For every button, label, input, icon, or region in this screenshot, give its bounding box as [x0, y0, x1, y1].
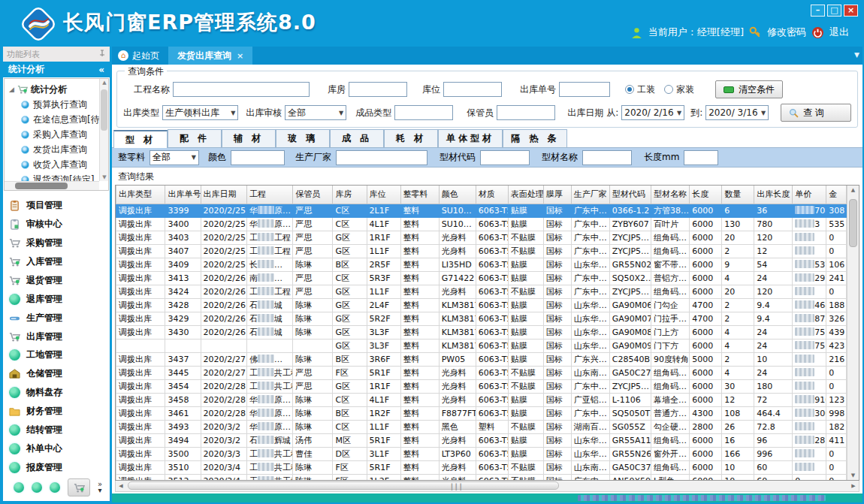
hscroll-thumb[interactable] — [128, 481, 559, 490]
material-tab-5[interactable]: 耗 材 — [384, 129, 438, 147]
manufacturer-input[interactable] — [336, 150, 427, 165]
sidebar-item-13[interactable]: 补单中心 — [9, 439, 107, 458]
sidebar-item-3[interactable]: 入库管理 — [9, 252, 107, 271]
column-header-12[interactable]: 生产厂家 — [571, 186, 609, 204]
more-modules-button[interactable]: »▾ — [98, 481, 102, 493]
date-to-select[interactable]: 2020/ 3/16▼ — [705, 105, 769, 120]
table-row[interactable]: 调拨出库33992020/2/25华原…严思C区2L1F整料SU10…6063-… — [116, 204, 847, 217]
sidebar-item-1[interactable]: 审核中心 — [9, 215, 107, 234]
tree-item-1[interactable]: 在途信息查询[待 — [9, 112, 108, 127]
sidebar-item-6[interactable]: 生产管理 — [9, 309, 107, 327]
table-row[interactable]: 调拨出库34292020/2/26石城陈琳G区5R2F整料KLM38176063… — [116, 312, 847, 325]
collapsed-cart-button[interactable] — [68, 478, 90, 496]
table-row[interactable]: 调拨出库34612020/2/28华原…陈琳B区1R2F整料F8877FT606… — [116, 406, 847, 420]
collapsed-module-icon[interactable] — [14, 482, 24, 493]
table-row[interactable]: 调拨出库34932020/3/2华原…陈琳C区1L1F整料黑色塑料不贴膜国标湖南… — [116, 420, 847, 433]
column-header-0[interactable]: 出库类型 — [116, 186, 165, 204]
table-row[interactable]: 调拨出库34132020/2/26南…严思C区5R3F整料G714226063-… — [116, 271, 847, 285]
product-type-input[interactable] — [394, 105, 453, 120]
material-tab-7[interactable]: 隔 热 条 — [503, 129, 567, 147]
profile-name-input[interactable] — [582, 150, 632, 165]
location-input[interactable] — [443, 82, 502, 97]
date-from-select[interactable]: 2020/ 2/16▼ — [621, 105, 684, 120]
column-header-11[interactable]: 膜厚 — [543, 186, 571, 204]
maximize-button[interactable]: □ — [827, 5, 841, 17]
pin-icon[interactable] — [98, 50, 106, 59]
audit-select[interactable]: 全部▼ — [285, 105, 346, 120]
radio-jiazhuang[interactable]: 家装 — [664, 83, 694, 96]
logout-link[interactable]: 退出 — [829, 26, 849, 39]
sidebar-item-11[interactable]: 财务管理 — [9, 402, 107, 421]
tab-outbound-query[interactable]: 发货出库查询 × — [168, 47, 252, 65]
collapsed-module-icon[interactable] — [32, 482, 42, 493]
tab-home[interactable]: ⌂ 起始页 — [112, 47, 168, 65]
keeper-input[interactable] — [497, 105, 555, 120]
tree-root-statistics[interactable]: ◢ 统计分析 — [9, 82, 108, 97]
tree-horizontal-scrollbar[interactable] — [5, 181, 99, 190]
column-header-7[interactable]: 整零料 — [400, 186, 439, 204]
table-row[interactable]: 调拨出库34542020/2/28工共工程严思G区1R1F整料光身料6063-T… — [116, 379, 847, 393]
tree-vertical-scrollbar[interactable]: ▲▼ — [99, 79, 108, 181]
sidebar-item-7[interactable]: 出库管理 — [9, 327, 107, 346]
color-input[interactable] — [231, 150, 285, 165]
sidebar-item-4[interactable]: 退货管理 — [9, 271, 107, 290]
table-row[interactable]: G区3L3F整料KLM38176063-T5贴膜国标山东华…GA90M09.门下… — [116, 339, 847, 352]
tab-list-caret-icon[interactable]: ▼ — [854, 51, 859, 59]
material-tab-1[interactable]: 配 件 — [168, 129, 222, 147]
tree-item-2[interactable]: 采购入库查询 — [9, 127, 108, 142]
material-tab-2[interactable]: 辅 材 — [222, 129, 276, 147]
profile-code-input[interactable] — [480, 150, 530, 165]
table-row[interactable]: 调拨出库34002020/2/25华原…严思C区4L1F整料SU10…6063-… — [116, 217, 847, 231]
table-vertical-scrollbar[interactable]: ▲ ▼ — [847, 186, 859, 480]
column-header-17[interactable]: 出库长度 — [754, 186, 793, 204]
tree-item-4[interactable]: 收货入库查询 — [9, 157, 108, 172]
length-input[interactable] — [684, 150, 718, 165]
tab-close-icon[interactable]: × — [237, 51, 243, 61]
table-row[interactable]: 调拨出库34072020/2/25工工程严思G区1L1F整料光身料6063-T5… — [116, 244, 847, 258]
sidebar-section-statistics[interactable]: 统计分析 « — [3, 62, 110, 77]
table-row[interactable]: 调拨出库34092020/2/25长…陈琳B区2R5F整料LI35HD6063-… — [116, 258, 847, 271]
column-header-8[interactable]: 颜色 — [439, 186, 476, 204]
sidebar-item-12[interactable]: 结转管理 — [9, 421, 107, 439]
warehouse-input[interactable] — [349, 82, 407, 97]
column-header-4[interactable]: 保管员 — [293, 186, 333, 204]
sidebar-item-5[interactable]: 退库管理 — [9, 290, 107, 309]
column-header-13[interactable]: 型材代码 — [609, 186, 651, 204]
column-header-9[interactable]: 材质 — [476, 186, 508, 204]
tree-item-3[interactable]: 发货出库查询 — [9, 142, 108, 157]
column-header-5[interactable]: 库房 — [333, 186, 367, 204]
table-horizontal-scrollbar[interactable]: ◀ ┃┃┃ ▶ — [115, 481, 859, 492]
tree-expander-icon[interactable]: ◢ — [9, 86, 14, 93]
table-row[interactable]: 调拨出库34452020/2/27工共工程严思F区5R1F整料光身料6063-T… — [116, 366, 847, 379]
column-header-2[interactable]: 出库日期 — [201, 186, 246, 204]
sidebar-item-8[interactable]: 工地管理 — [9, 346, 107, 365]
table-row[interactable]: 调拨出库34582020/2/28华原…陈琳C区4L1F整料光身料6063-T5… — [116, 393, 847, 406]
table-row[interactable]: 调拨出库34282020/2/26石城陈琳G区2L4F整料KLM38176063… — [116, 298, 847, 312]
table-row[interactable]: 调拨出库35102020/3/4工共工程陈琳F区5R1F整料光身料6063-T5… — [116, 460, 847, 474]
material-tab-6[interactable]: 单体型材 — [438, 129, 503, 147]
clear-conditions-button[interactable]: 清空条件 — [715, 80, 783, 98]
sidebar-item-2[interactable]: 采购管理 — [9, 234, 107, 252]
column-header-14[interactable]: 型材名称 — [651, 186, 690, 204]
minimize-button[interactable]: – — [811, 5, 825, 17]
column-header-1[interactable]: 出库单号 — [165, 186, 201, 204]
table-row[interactable]: 调拨出库34032020/2/25工工程严思G区1R1F整料光身料6063-T5… — [116, 231, 847, 244]
table-row[interactable]: 调拨出库34372020/2/27佛…陈琳B区3R6F整料PW056063-T5… — [116, 352, 847, 366]
table-row[interactable]: 调拨出库34302020/2/26石城陈琳G区3L3F整料KLM38176063… — [116, 325, 847, 339]
table-row[interactable]: 调拨出库34942020/3/2石辉城汤伟M区5R1F整料光身料6063-T5贴… — [116, 433, 847, 447]
tree-item-0[interactable]: 预算执行查询 — [9, 97, 108, 112]
table-row[interactable]: 调拨出库35002020/3/3工共工程曹佳D区3L1F整料LT3P606063… — [116, 447, 847, 460]
vscroll-thumb[interactable] — [849, 199, 857, 247]
material-tab-3[interactable]: 玻 璃 — [276, 129, 330, 147]
order-no-input[interactable] — [559, 82, 610, 97]
column-header-6[interactable]: 库位 — [367, 186, 400, 204]
search-button[interactable]: 查 询 — [781, 104, 851, 122]
column-header-18[interactable]: 单价 — [793, 186, 826, 204]
radio-gongzhuang[interactable]: 工装 — [625, 83, 655, 96]
sidebar-item-10[interactable]: 物料盘存 — [9, 383, 107, 402]
collapsed-module-icon[interactable] — [50, 482, 60, 493]
outbound-type-select[interactable]: 生产领料出库▼ — [162, 105, 238, 120]
material-tab-0[interactable]: 型 材 — [113, 130, 168, 148]
column-header-15[interactable]: 长度 — [690, 186, 722, 204]
column-header-3[interactable]: 工程 — [246, 186, 292, 204]
